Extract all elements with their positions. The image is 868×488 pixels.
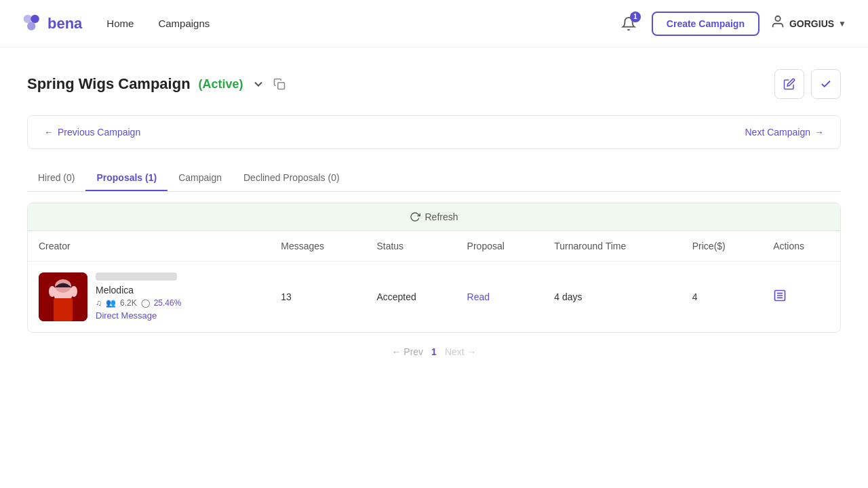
direct-message-link[interactable]: Direct Message: [96, 310, 181, 321]
user-area[interactable]: GORGIUS ▼: [770, 14, 846, 33]
navbar: bena Home Campaigns 1 Create Campaign GO…: [0, 0, 868, 47]
table-body: Melodica ♫ 👥 6.2K ◯ 25.46% Direct Messag…: [28, 262, 840, 333]
refresh-text: Refresh: [410, 211, 458, 222]
tab-campaign[interactable]: Campaign: [167, 165, 233, 191]
copy-icon: [273, 78, 285, 90]
user-name: GORGIUS: [789, 18, 834, 29]
turnaround-cell: 4 days: [543, 262, 682, 333]
refresh-icon: [410, 211, 420, 222]
svg-point-9: [49, 286, 56, 297]
avatar-image: [39, 272, 87, 321]
actions-cell: [762, 262, 840, 333]
people-icon: 👥: [106, 298, 116, 308]
create-campaign-button[interactable]: Create Campaign: [652, 12, 760, 36]
campaign-status-badge: (Active): [199, 77, 243, 92]
pencil-icon: [783, 78, 795, 90]
prev-page-arrow[interactable]: ← Prev: [391, 346, 423, 357]
campaign-title: Spring Wigs Campaign: [27, 75, 191, 93]
creator-name: Melodica: [96, 285, 181, 296]
tiktok-icon: ♫: [96, 298, 102, 308]
table-header: Creator Messages Status Proposal Turnaro…: [28, 231, 840, 262]
nav-home[interactable]: Home: [106, 18, 134, 29]
tab-declined[interactable]: Declined Proposals (0): [233, 165, 351, 191]
col-messages: Messages: [270, 231, 366, 262]
svg-rect-4: [277, 83, 284, 89]
price-cell: 4: [682, 262, 762, 333]
col-proposal: Proposal: [456, 231, 544, 262]
campaign-header: Spring Wigs Campaign (Active): [27, 69, 841, 99]
creator-stats: ♫ 👥 6.2K ◯ 25.46%: [96, 298, 181, 308]
creator-info-cell: Melodica ♫ 👥 6.2K ◯ 25.46% Direct Messag…: [39, 272, 259, 321]
col-actions: Actions: [762, 231, 840, 262]
tab-proposals[interactable]: Proposals (1): [85, 165, 167, 191]
svg-point-2: [27, 22, 35, 30]
next-campaign-label: Next Campaign: [745, 127, 811, 138]
creator-details: Melodica ♫ 👥 6.2K ◯ 25.46% Direct Messag…: [96, 272, 181, 321]
arrow-left-icon: ←: [44, 127, 54, 138]
engagement-rate: 25.46%: [154, 298, 182, 308]
checkmark-icon: [820, 78, 832, 90]
campaign-title-area: Spring Wigs Campaign (Active): [27, 75, 285, 93]
messages-cell: 13: [270, 262, 366, 333]
proposals-table: Creator Messages Status Proposal Turnaro…: [28, 231, 840, 332]
col-creator: Creator: [28, 231, 270, 262]
svg-point-3: [775, 16, 780, 21]
proposal-cell: Read: [456, 262, 544, 333]
status-cell: Accepted: [366, 262, 456, 333]
chevron-down-icon: ▼: [838, 19, 846, 28]
engagement-icon: ◯: [141, 298, 150, 308]
svg-rect-7: [54, 298, 73, 321]
user-icon: [770, 14, 785, 33]
svg-point-10: [71, 286, 77, 297]
dropdown-icon: [252, 77, 265, 91]
logo: bena: [22, 13, 82, 35]
table-row: Melodica ♫ 👥 6.2K ◯ 25.46% Direct Messag…: [28, 262, 840, 333]
actions-icon[interactable]: [773, 291, 787, 305]
proposals-table-container: Refresh Creator Messages Status Proposal…: [27, 203, 841, 333]
page-content: Spring Wigs Campaign (Active): [0, 47, 868, 392]
proposal-read-link[interactable]: Read: [467, 291, 490, 302]
header-actions: [774, 69, 841, 99]
tab-hired[interactable]: Hired (0): [27, 165, 85, 191]
avatar-svg: [39, 272, 87, 321]
edit-button[interactable]: [774, 69, 804, 99]
arrow-right-icon: →: [814, 127, 824, 138]
creator-avatar: [39, 272, 87, 321]
prev-campaign-label: Previous Campaign: [58, 127, 140, 138]
next-campaign-link[interactable]: Next Campaign →: [745, 127, 825, 138]
notification-button[interactable]: 1: [616, 12, 641, 36]
list-icon: [773, 289, 787, 302]
notification-badge: 1: [630, 12, 641, 22]
nav-campaigns[interactable]: Campaigns: [158, 18, 210, 29]
svg-point-0: [24, 14, 32, 22]
nav-right: 1 Create Campaign GORGIUS ▼: [616, 12, 846, 36]
copy-campaign-button[interactable]: [273, 78, 285, 90]
logo-svg: [22, 13, 43, 35]
confirm-button[interactable]: [811, 69, 841, 99]
prev-campaign-link[interactable]: ← Previous Campaign: [44, 127, 140, 138]
col-turnaround: Turnaround Time: [543, 231, 682, 262]
refresh-bar[interactable]: Refresh: [28, 203, 840, 231]
campaign-navigation: ← Previous Campaign Next Campaign →: [27, 115, 841, 149]
svg-point-1: [31, 14, 39, 22]
campaign-dropdown-button[interactable]: [252, 77, 265, 91]
current-page: 1: [431, 346, 437, 357]
tab-bar: Hired (0) Proposals (1) Campaign Decline…: [27, 165, 841, 192]
next-page-arrow[interactable]: Next →: [445, 346, 477, 357]
col-price: Price($): [682, 231, 762, 262]
creator-cell: Melodica ♫ 👥 6.2K ◯ 25.46% Direct Messag…: [28, 262, 270, 333]
followers-count: 6.2K: [120, 298, 137, 308]
nav-left: bena Home Campaigns: [22, 13, 210, 35]
logo-text: bena: [47, 15, 82, 33]
creator-name-blur: [96, 272, 177, 281]
pagination: ← Prev 1 Next →: [27, 333, 841, 371]
col-status: Status: [366, 231, 456, 262]
